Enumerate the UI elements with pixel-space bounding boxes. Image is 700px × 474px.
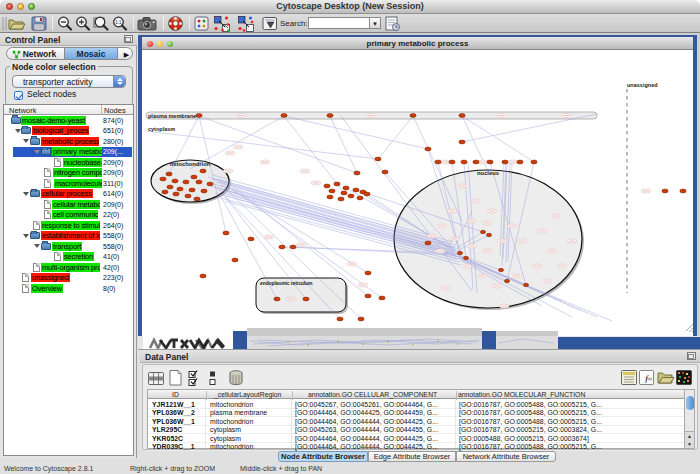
svg-text:mitochondrion: mitochondrion: [170, 161, 211, 167]
svg-text:(x): (x): [646, 376, 652, 381]
svg-text:endoplasmic reticulum: endoplasmic reticulum: [260, 280, 313, 286]
svg-text:cytoplasm: cytoplasm: [148, 126, 175, 132]
svg-text:1:1: 1:1: [115, 20, 122, 25]
svg-text:nucleus: nucleus: [477, 170, 499, 176]
svg-text:unassigned: unassigned: [627, 82, 658, 88]
svg-text:plasma membrane: plasma membrane: [148, 113, 196, 119]
